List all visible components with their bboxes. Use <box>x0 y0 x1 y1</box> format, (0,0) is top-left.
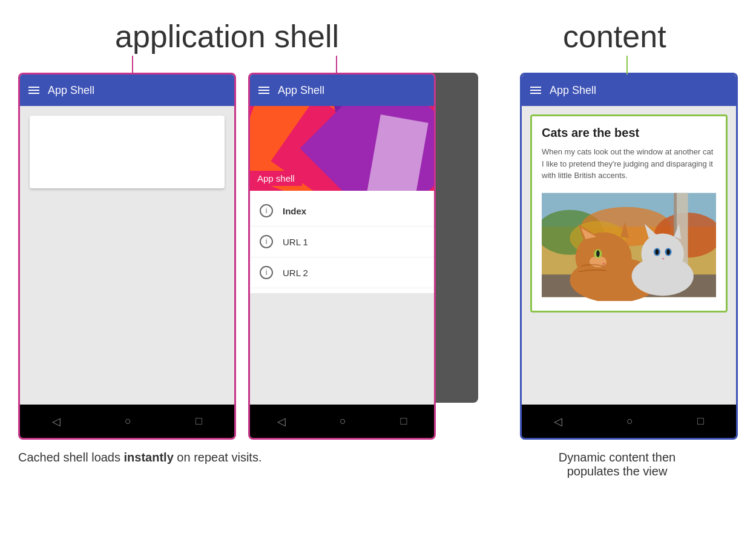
caption-left: Cached shell loads instantly on repeat v… <box>18 451 466 478</box>
home-icon: ○ <box>125 415 131 428</box>
caption-right: Dynamic content then populates the view <box>478 451 738 478</box>
phone3-recent-icon: □ <box>697 415 704 428</box>
captions-row: Cached shell loads instantly on repeat v… <box>18 451 738 478</box>
phone3-hamburger-icon <box>530 87 541 94</box>
app-shell-overlay-label: App shell <box>250 171 302 186</box>
phone1: App Shell ◁ ○ □ <box>18 73 236 440</box>
svg-point-16 <box>596 250 600 257</box>
svg-point-23 <box>656 249 659 254</box>
phone3-title: App Shell <box>550 84 596 97</box>
phone2-hamburger-icon <box>258 87 269 94</box>
hamburger-icon <box>28 87 39 94</box>
menu-item-index-label: Index <box>283 206 306 216</box>
phone1-content-area <box>20 106 234 198</box>
phone1-navbar: ◁ ○ □ <box>20 405 234 438</box>
phone2-wrapper: App Shell App shell <box>248 73 478 440</box>
menu-item-index: i Index <box>250 196 434 227</box>
phone2-title: App Shell <box>278 84 324 97</box>
phone3-back-icon: ◁ <box>554 415 562 428</box>
phone2-recent-icon: □ <box>400 415 407 428</box>
svg-point-25 <box>666 249 670 254</box>
menu-item-url2: i URL 2 <box>250 257 434 288</box>
app-shell-heading: application shell <box>115 18 339 55</box>
phone1-toolbar: App Shell <box>20 74 234 106</box>
caption-left-prefix: Cached shell loads <box>18 451 124 464</box>
menu-item-url1-label: URL 1 <box>283 237 308 247</box>
url1-info-icon: i <box>260 235 273 248</box>
cat-image <box>542 189 716 301</box>
phones-row: App Shell ◁ ○ □ <box>18 73 738 440</box>
phone2-home-icon: ○ <box>340 415 346 428</box>
phone3-navbar: ◁ ○ □ <box>522 405 736 438</box>
phone2-toolbar: App Shell <box>250 74 434 106</box>
phone2-navbar: ◁ ○ □ <box>250 405 434 438</box>
content-heading: content <box>563 18 666 55</box>
menu-item-url2-label: URL 2 <box>283 268 308 278</box>
caption-right-line2: populates the view <box>567 465 668 478</box>
svg-point-19 <box>641 233 684 274</box>
content-card: Cats are the best When my cats look out … <box>530 114 728 313</box>
url2-info-icon: i <box>260 266 273 279</box>
phone2-header-image: App shell <box>250 106 434 191</box>
phone2-back-icon: ◁ <box>277 415 286 428</box>
phone3: App Shell Cats are the best When my cats… <box>520 73 738 440</box>
index-info-icon: i <box>260 204 273 217</box>
phone3-home-icon: ○ <box>626 415 633 428</box>
menu-item-url1: i URL 1 <box>250 227 434 257</box>
caption-right-line1: Dynamic content then <box>559 451 675 464</box>
labels-row: application shell content <box>18 12 738 73</box>
phone3-screen: App Shell Cats are the best When my cats… <box>522 74 736 405</box>
caption-left-suffix: on repeat visits. <box>174 451 262 464</box>
back-icon: ◁ <box>52 415 61 428</box>
content-title: Cats are the best <box>542 126 716 140</box>
phone2: App Shell App shell <box>248 73 436 440</box>
page-container: application shell content App Shell <box>0 0 756 559</box>
caption-left-bold: instantly <box>124 451 174 464</box>
phone2-screen: App Shell App shell <box>250 74 434 405</box>
content-body: When my cats look out the window at anot… <box>542 146 716 182</box>
phone1-card <box>30 116 225 188</box>
phone3-toolbar: App Shell <box>522 74 736 106</box>
phone1-title: App Shell <box>48 84 94 97</box>
recent-icon: □ <box>196 415 202 428</box>
phone2-menu-list: i Index i URL 1 i URL 2 <box>250 191 434 293</box>
phone1-screen: App Shell <box>20 74 234 405</box>
